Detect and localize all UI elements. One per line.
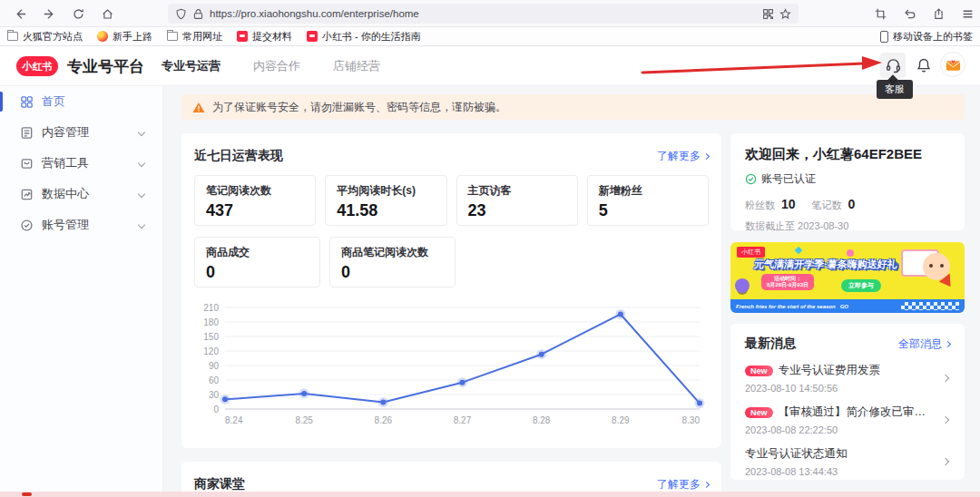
notifications-button[interactable] bbox=[911, 53, 936, 78]
data-cutoff: 数据截止至 2023-08-30 bbox=[745, 219, 950, 233]
xiaohongshu-logo[interactable]: 小红书 bbox=[16, 56, 58, 76]
banner-footer-go: GO bbox=[840, 304, 848, 309]
trend-chart: 03060901201501802108.248.258.268.278.288… bbox=[194, 298, 709, 434]
chart-x-tick-label: 8.24 bbox=[225, 415, 243, 425]
grid-icon bbox=[20, 95, 34, 109]
sidebar-item-content-management[interactable]: 内容管理 bbox=[0, 117, 162, 148]
nav-pro-operation[interactable]: 专业号运营 bbox=[162, 58, 220, 74]
bookmark-item[interactable]: 小红书 - 你的生活指南 bbox=[307, 30, 421, 44]
welcome-greeting: 欢迎回来，小红薯64EF2BEE bbox=[745, 146, 950, 163]
bookmark-item[interactable]: 常用网址 bbox=[167, 30, 222, 44]
banner-cta-button[interactable]: 立即参与 bbox=[841, 279, 881, 292]
chart-x-tick-label: 8.28 bbox=[533, 415, 551, 425]
sidebar-item-home[interactable]: 首页 bbox=[0, 86, 162, 117]
classroom-more-link[interactable]: 了解更多 bbox=[657, 477, 709, 492]
trend-chart-icon bbox=[20, 188, 34, 201]
all-messages-link[interactable]: 全部消息 bbox=[898, 336, 950, 352]
stat-label: 主页访客 bbox=[468, 183, 566, 199]
browser-forward-button[interactable] bbox=[38, 3, 60, 24]
chart-x-tick-label: 8.29 bbox=[612, 415, 630, 425]
chart-point[interactable] bbox=[539, 352, 544, 357]
chart-point[interactable] bbox=[697, 401, 702, 406]
chart-x-tick-label: 8.25 bbox=[295, 415, 313, 425]
stat-value: 437 bbox=[206, 201, 304, 220]
sidebar-item-marketing-tools[interactable]: 营销工具 bbox=[0, 148, 162, 179]
message-time: 2023-08-08 22:22:50 bbox=[745, 424, 934, 435]
stat-label: 平均阅读时长(s) bbox=[337, 183, 435, 199]
link-label: 了解更多 bbox=[657, 477, 701, 492]
menu-button[interactable] bbox=[956, 3, 978, 24]
checkered-flag-decoration bbox=[901, 302, 959, 310]
message-time: 2023-08-10 14:50:56 bbox=[745, 383, 934, 394]
stat-label: 商品成交 bbox=[206, 245, 309, 260]
warning-icon bbox=[192, 102, 205, 113]
chart-point[interactable] bbox=[618, 311, 623, 317]
message-item[interactable]: New 【审核通过】简介修改已审核通过！ 2023-08-08 22:22:50 bbox=[745, 404, 950, 435]
undo-button[interactable] bbox=[898, 3, 920, 24]
folder-icon bbox=[167, 32, 178, 41]
banner-footer: French fries for the start of the season… bbox=[730, 299, 965, 313]
mobile-bookmarks-item[interactable]: 移动设备上的书签 bbox=[880, 30, 973, 44]
chevron-right-icon bbox=[703, 152, 710, 159]
performance-card: 近七日运营表现 了解更多 笔记阅读次数 437 平均阅读时长(s) 41.58 … bbox=[181, 133, 721, 448]
stat-card-product-note-reads: 商品笔记阅读次数 0 bbox=[329, 237, 456, 287]
envelope-heart-icon bbox=[946, 58, 961, 72]
message-item[interactable]: New 专业号认证费用发票 2023-08-10 14:50:56 bbox=[745, 363, 950, 394]
screenshot-tool-button[interactable] bbox=[869, 3, 891, 24]
new-badge: New bbox=[745, 365, 773, 376]
promo-banner[interactable]: 小红书 元气满满开学季·薯条嗨购送好礼 活动时间： 8月28日-9月03日 立即… bbox=[730, 242, 965, 313]
nav-content-cooperation[interactable]: 内容合作 bbox=[253, 58, 300, 74]
sidebar: 首页 内容管理 营销工具 数据中心 账号管理 bbox=[0, 86, 163, 497]
chevron-right-icon bbox=[703, 481, 710, 487]
bookmark-item[interactable]: 新手上路 bbox=[97, 30, 152, 44]
chart-y-tick-label: 90 bbox=[209, 361, 220, 371]
verified-check-icon bbox=[745, 173, 757, 185]
account-check-icon bbox=[20, 219, 34, 232]
browser-back-button[interactable] bbox=[9, 3, 31, 24]
verified-label: 账号已认证 bbox=[761, 171, 816, 187]
performance-more-link[interactable]: 了解更多 bbox=[657, 149, 709, 164]
app-header: 小红书 专业号平台 专业号运营 内容合作 店铺经营 bbox=[0, 46, 980, 86]
message-item[interactable]: 专业号认证状态通知 2023-08-08 13:44:43 bbox=[745, 446, 950, 477]
banner-title: 元气满满开学季·薯条嗨购送好礼 bbox=[753, 258, 897, 271]
sidebar-item-label: 数据中心 bbox=[42, 186, 89, 202]
shield-icon bbox=[175, 8, 187, 20]
banner-time-range: 8月28日-9月03日 bbox=[767, 282, 808, 288]
chart-y-tick-label: 180 bbox=[203, 317, 219, 327]
firefox-icon bbox=[97, 31, 108, 42]
chart-point[interactable] bbox=[460, 380, 466, 385]
bookmark-label: 新手上路 bbox=[113, 30, 152, 44]
bookmark-item[interactable]: 火狐官方站点 bbox=[7, 30, 83, 44]
url-text: https://pro.xiaohongshu.com/enterprise/h… bbox=[210, 8, 757, 19]
hamburger-menu-icon bbox=[962, 8, 974, 20]
chart-point[interactable] bbox=[301, 391, 307, 396]
chart-y-tick-label: 60 bbox=[209, 375, 220, 385]
bookmark-item[interactable]: 提交材料 bbox=[237, 30, 292, 44]
chart-point[interactable] bbox=[380, 400, 386, 405]
qr-code-icon[interactable] bbox=[762, 8, 774, 20]
bookmarks-bar: 火狐官方站点 新手上路 常用网址 提交材料 小红书 - 你的生活指南 移动设备上… bbox=[0, 27, 980, 46]
browser-home-button[interactable] bbox=[96, 3, 118, 24]
message-title: 【审核通过】简介修改已审核通过！ bbox=[779, 404, 934, 420]
nav-shop-management[interactable]: 店铺经营 bbox=[333, 58, 380, 74]
browser-reload-button[interactable] bbox=[67, 3, 89, 24]
notes-label: 笔记数 bbox=[812, 199, 842, 212]
sidebar-item-data-center[interactable]: 数据中心 bbox=[0, 179, 162, 210]
sidebar-item-account-management[interactable]: 账号管理 bbox=[0, 210, 162, 240]
chevron-right-icon bbox=[945, 340, 951, 346]
back-icon bbox=[15, 8, 26, 20]
performance-title: 近七日运营表现 bbox=[194, 148, 283, 164]
sidebar-item-label: 内容管理 bbox=[42, 124, 89, 141]
message-time: 2023-08-08 13:44:43 bbox=[745, 466, 934, 477]
share-button[interactable] bbox=[927, 3, 949, 24]
bookmark-star-icon[interactable] bbox=[779, 8, 791, 20]
chart-point[interactable] bbox=[222, 396, 228, 402]
chevron-right-icon bbox=[942, 458, 949, 465]
url-bar[interactable]: https://pro.xiaohongshu.com/enterprise/h… bbox=[168, 4, 799, 24]
chart-y-tick-label: 150 bbox=[203, 332, 219, 342]
top-nav: 专业号运营 内容合作 店铺经营 bbox=[162, 46, 380, 86]
banner-footer-text: French fries for the start of the season bbox=[736, 304, 836, 309]
user-avatar[interactable] bbox=[940, 52, 965, 77]
chart-y-tick-label: 120 bbox=[203, 346, 219, 356]
chart-x-tick-label: 8.27 bbox=[454, 415, 472, 425]
